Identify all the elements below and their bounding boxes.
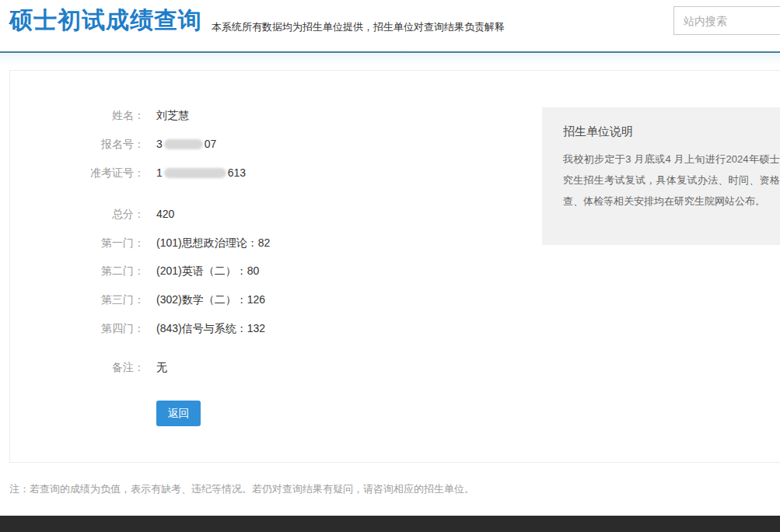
info-panel-body: 我校初步定于3 月底或4 月上旬进行2024年硕士研究生招生考试复试，具体复试办… (563, 149, 780, 212)
field-label: 报名号： (10, 136, 145, 152)
redaction-blur (164, 139, 203, 149)
field-label: 第一门： (10, 235, 145, 250)
field-row-name: 姓名： 刘芝慧 (10, 107, 554, 123)
back-button[interactable]: 返回 (156, 401, 201, 426)
page-title: 硕士初试成绩查询 (9, 5, 202, 37)
info-panel-title: 招生单位说明 (563, 124, 780, 139)
field-value: 307 (156, 136, 216, 152)
search-input[interactable] (673, 6, 780, 35)
field-row-subject-1: 第一门： (101)思想政治理论：82 (10, 235, 554, 250)
field-label: 总分： (10, 206, 145, 222)
page-footer (0, 516, 780, 532)
field-label: 备注： (10, 359, 145, 375)
value-suffix: 07 (205, 138, 217, 150)
field-value: (201)英语（二）：80 (156, 263, 259, 278)
field-label: 姓名： (10, 107, 145, 123)
page: 硕士初试成绩查询 本系统所有数据均为招生单位提供，招生单位对查询结果负责解释 姓… (0, 0, 780, 532)
field-value: 无 (156, 359, 167, 375)
field-row-subject-3: 第三门： (302)数学（二）：126 (10, 292, 554, 307)
field-row-total-score: 总分： 420 (10, 206, 554, 222)
value-prefix: 1 (156, 166, 163, 179)
redaction-blur (164, 168, 226, 178)
field-value: 刘芝慧 (156, 107, 189, 123)
field-row-registration-number: 报名号： 307 (10, 136, 554, 152)
value-prefix: 3 (156, 138, 163, 150)
field-label: 准考证号： (10, 165, 145, 180)
footnote: 注：若查询的成绩为负值，表示有缺考、违纪等情况。若仍对查询结果有疑问，请咨询相应… (9, 482, 474, 496)
field-value: (843)信号与系统：132 (156, 320, 265, 336)
header-subtitle: 本系统所有数据均为招生单位提供，招生单位对查询结果负责解释 (212, 20, 505, 34)
field-value: 420 (156, 206, 174, 222)
field-row-remark: 备注： 无 (10, 359, 554, 375)
field-row-subject-4: 第四门： (843)信号与系统：132 (10, 320, 554, 336)
header-divider-glow (0, 53, 780, 65)
field-value: (101)思想政治理论：82 (156, 235, 270, 250)
value-suffix: 613 (228, 166, 246, 179)
field-row-admission-ticket-number: 准考证号： 1613 (10, 165, 554, 180)
field-row-subject-2: 第二门： (201)英语（二）：80 (10, 263, 554, 278)
info-panel: 招生单位说明 我校初步定于3 月底或4 月上旬进行2024年硕士研究生招生考试复… (542, 107, 780, 245)
field-label: 第二门： (10, 263, 145, 278)
field-label: 第三门： (10, 292, 145, 307)
field-value: 1613 (156, 165, 246, 180)
field-value: (302)数学（二）：126 (156, 292, 265, 307)
field-label: 第四门： (10, 320, 145, 336)
